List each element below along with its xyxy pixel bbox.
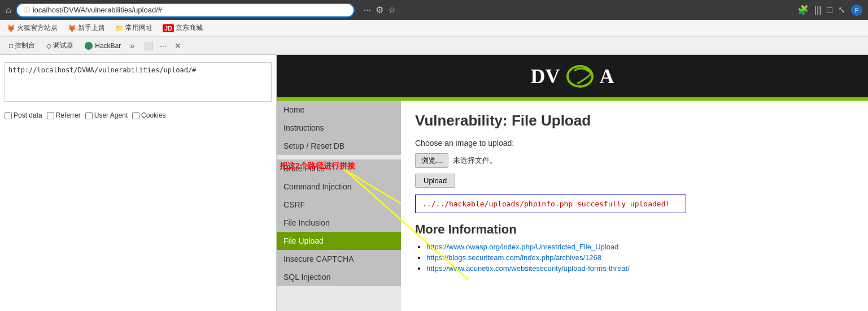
useragent-check[interactable] (85, 112, 93, 119)
cookies-checkbox[interactable]: Cookies (132, 111, 165, 119)
jd-icon: JD (163, 24, 174, 32)
sidebar-item-command-injection[interactable]: Command Injection (277, 178, 401, 196)
browser-chrome: ⌂ ⓘ ··· ⚙ ☆ 🧩 ||| □ ⤡ F (0, 0, 868, 20)
sidebar-item-setup[interactable]: Setup / Reset DB (277, 137, 401, 155)
puzzle-icon[interactable]: 🧩 (797, 5, 809, 15)
no-file-label: 未选择文件。 (453, 156, 497, 166)
info-links: https://www.owasp.org/index.php/Unrestri… (415, 243, 854, 273)
new-icon: 🦊 (68, 24, 76, 32)
home-button[interactable]: ⌂ (6, 5, 11, 15)
hackbar-url-input[interactable] (5, 62, 272, 102)
referrer-label: Referrer (56, 111, 81, 119)
dvwa-sidebar: Home Instructions Setup / Reset DB Brute… (277, 101, 401, 311)
success-text: ../../hackable/uploads/phpinfo.php succe… (422, 200, 670, 208)
sidebar-item-file-upload[interactable]: File Upload (277, 232, 401, 250)
sidebar-item-instructions[interactable]: Instructions (277, 119, 401, 137)
bookmark-label: 火狐官方站点 (17, 23, 58, 33)
useragent-checkbox[interactable]: User Agent (85, 111, 128, 119)
info-link-item-3: https://www.acunetix.com/websitesecurity… (426, 264, 854, 273)
bookmarks-bar: 🦊 火狐官方站点 🦊 新手上路 📁 常用网址 JD 京东商城 (0, 20, 868, 37)
tab-icon[interactable]: □ (827, 5, 832, 15)
bookmark-jd[interactable]: JD 京东商城 (160, 22, 205, 34)
hackbar-panel: Post data Referrer User Agent Cookies (0, 55, 277, 311)
hackbar-label: HackBar (95, 42, 121, 50)
main-content: Post data Referrer User Agent Cookies DV (0, 55, 868, 311)
more-info-title: More Information (415, 222, 854, 237)
hackbar-url-area (0, 58, 276, 108)
devtools-bar: □ 控制台 ◇ 调试器 HackBar » ⬜ ··· ✕ (0, 37, 868, 55)
huhu-icon: 🦊 (7, 24, 15, 32)
address-bar-wrapper[interactable]: ⓘ (16, 3, 355, 18)
upload-button[interactable]: Upload (415, 174, 455, 188)
extensions-icon[interactable]: ⚙ (376, 5, 383, 15)
hackbar-tab[interactable]: HackBar (80, 40, 125, 52)
cookies-label: Cookies (141, 111, 165, 119)
sidebar-item-insecure-captcha[interactable]: Insecure CAPTCHA (277, 250, 401, 268)
post-data-label: Post data (14, 111, 42, 119)
browser-right-icons: 🧩 ||| □ ⤡ F (797, 5, 862, 16)
info-link-3[interactable]: https://www.acunetix.com/websitesecurity… (426, 264, 630, 273)
star-icon[interactable]: ☆ (388, 5, 396, 15)
sidebar-item-brute-force[interactable]: Brute Force (277, 159, 401, 178)
logo-text: DV (531, 64, 560, 88)
sidebar-item-csrf[interactable]: CSRF (277, 196, 401, 214)
console-tab[interactable]: □ 控制台 (5, 38, 40, 53)
dvwa-header: DV A (277, 55, 868, 97)
hackbar-options: Post data Referrer User Agent Cookies (0, 108, 276, 123)
post-data-checkbox[interactable]: Post data (5, 111, 42, 119)
bookmark-common[interactable]: 📁 常用网址 (113, 22, 155, 34)
bookmark-label: 新手上路 (78, 23, 105, 33)
info-link-1[interactable]: https://www.owasp.org/index.php/Unrestri… (426, 243, 618, 251)
cookies-check[interactable] (132, 112, 139, 119)
devtools-close-button[interactable]: ✕ (171, 40, 185, 51)
bookmark-label: 京东商城 (176, 23, 203, 33)
more-button[interactable]: ··· (364, 5, 371, 15)
hackbar-icon (85, 42, 93, 50)
dvwa-main: Vulnerability: File Upload Choose an ima… (401, 101, 868, 311)
upload-label: Choose an image to upload: (415, 139, 854, 148)
nav-buttons: ⌂ (6, 5, 11, 15)
browser-actions: ··· ⚙ ☆ (364, 5, 396, 15)
info-link-item-2: https://blogs.securiteam.com/index.php/a… (426, 253, 854, 262)
debugger-label: 调试器 (53, 41, 73, 50)
console-icon: □ (9, 42, 13, 50)
debugger-icon: ◇ (46, 42, 51, 50)
sidebar-item-sql-injection[interactable]: SQL Injection (277, 268, 401, 286)
dvwa-logo-graphic (563, 62, 597, 90)
expand-button[interactable]: ⬜ (141, 40, 155, 51)
resize-icon[interactable]: ⤡ (838, 5, 845, 15)
referrer-checkbox[interactable]: Referrer (47, 111, 81, 119)
dvwa-logo: DV A (531, 62, 614, 90)
bookmark-huhu[interactable]: 🦊 火狐官方站点 (5, 22, 60, 34)
sidebar-item-home[interactable]: Home (277, 101, 401, 119)
file-input-row: 浏览... 未选择文件。 (415, 153, 854, 168)
console-label: 控制台 (15, 41, 35, 50)
browse-button[interactable]: 浏览... (415, 153, 448, 168)
profile-icon[interactable]: F (851, 5, 862, 16)
referrer-check[interactable] (47, 112, 54, 119)
page-title: Vulnerability: File Upload (415, 112, 854, 129)
useragent-label: User Agent (94, 111, 128, 119)
bookmark-label: 常用网址 (125, 23, 152, 33)
logo-text-a: A (600, 64, 614, 88)
post-data-check[interactable] (5, 112, 12, 119)
bookmark-new[interactable]: 🦊 新手上路 (66, 22, 107, 34)
dvwa-body: Home Instructions Setup / Reset DB Brute… (277, 101, 868, 311)
sidebar-spacer (277, 155, 401, 159)
info-link-item-1: https://www.owasp.org/index.php/Unrestri… (426, 243, 854, 251)
dvwa-area: DV A Home Instructions Setup / Reset DB … (277, 55, 868, 311)
more-tabs-button[interactable]: » (128, 40, 137, 51)
success-box: ../../hackable/uploads/phpinfo.php succe… (415, 195, 686, 213)
devtools-more-button[interactable]: ··· (158, 40, 169, 51)
info-icon: ⓘ (24, 6, 30, 14)
library-icon[interactable]: ||| (814, 5, 821, 15)
sidebar-item-file-inclusion[interactable]: File Inclusion (277, 214, 401, 232)
debugger-tab[interactable]: ◇ 调试器 (42, 38, 78, 53)
folder-icon: 📁 (115, 24, 124, 32)
address-input[interactable] (33, 6, 347, 14)
info-link-2[interactable]: https://blogs.securiteam.com/index.php/a… (426, 253, 601, 262)
